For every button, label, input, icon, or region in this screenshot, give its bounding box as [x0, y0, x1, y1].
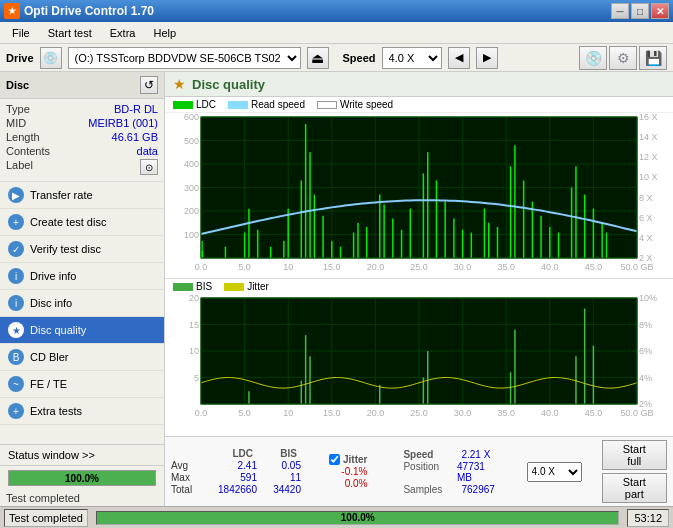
bis-color-swatch — [173, 283, 193, 291]
jitter-checkbox[interactable] — [329, 454, 340, 465]
disc-length-value: 46.61 GB — [112, 131, 158, 143]
legend-jitter: Jitter — [224, 281, 269, 292]
position-row: Position 47731 MB — [403, 461, 498, 483]
legend-bis: BIS — [173, 281, 212, 292]
read-speed-color-swatch — [228, 101, 248, 109]
action-buttons: Start full Start part — [602, 440, 667, 503]
sidebar-item-drive-info[interactable]: i Drive info — [0, 263, 164, 290]
stats-jitter: Jitter -0.1% 0.0% — [329, 454, 367, 489]
nav-label-create-test-disc: Create test disc — [30, 216, 106, 228]
stats-speed-position: Speed 2.21 X Position 47731 MB Samples 7… — [403, 449, 498, 495]
avg-label: Avg — [171, 460, 199, 471]
disc-info: Type BD-R DL MID MEIRB1 (001) Length 46.… — [0, 99, 164, 182]
speed-label: Speed — [403, 449, 453, 460]
ldc-col-header: LDC — [203, 448, 253, 459]
sidebar-item-extra-tests[interactable]: + Extra tests — [0, 398, 164, 425]
legend-read-speed: Read speed — [228, 99, 305, 110]
disc-icon-btn[interactable]: 💿 — [579, 46, 607, 70]
sidebar-item-create-test-disc[interactable]: + Create test disc — [0, 209, 164, 236]
jitter-color-swatch — [224, 283, 244, 291]
progress-text: 100.0% — [9, 471, 155, 485]
maximize-button[interactable]: □ — [631, 3, 649, 19]
disc-type-row: Type BD-R DL — [6, 103, 158, 115]
max-jitter: 0.0% — [329, 478, 367, 489]
minimize-button[interactable]: ─ — [611, 3, 629, 19]
drive-label: Drive — [6, 52, 34, 64]
avg-ldc: 2.41 — [207, 460, 257, 471]
samples-label: Samples — [403, 484, 453, 495]
chart-legend-top: LDC Read speed Write speed — [165, 97, 673, 113]
disc-length-row: Length 46.61 GB — [6, 131, 158, 143]
start-full-button[interactable]: Start full — [602, 440, 667, 470]
avg-bis: 0.05 — [265, 460, 301, 471]
sidebar-item-verify-test-disc[interactable]: ✓ Verify test disc — [0, 236, 164, 263]
sidebar-item-cd-bler[interactable]: B CD Bler — [0, 344, 164, 371]
speed-select-stats[interactable]: 4.0 X — [527, 462, 582, 482]
verify-test-disc-icon: ✓ — [8, 241, 24, 257]
menu-file[interactable]: File — [4, 25, 38, 41]
disc-mid-label: MID — [6, 117, 26, 129]
disc-mid-value: MEIRB1 (001) — [88, 117, 158, 129]
eject-button[interactable]: ⏏ — [307, 47, 329, 69]
max-row: Max 591 11 — [171, 472, 301, 483]
sidebar-item-disc-info[interactable]: i Disc info — [0, 290, 164, 317]
prev-speed-btn[interactable]: ◀ — [448, 47, 470, 69]
speed-select[interactable]: 4.0 X — [382, 47, 442, 69]
speed-select-section: 4.0 X — [527, 462, 582, 482]
position-label: Position — [403, 461, 449, 483]
titlebar-left: ★ Opti Drive Control 1.70 — [4, 3, 154, 19]
max-bis: 11 — [265, 472, 301, 483]
bottom-chart — [165, 294, 673, 424]
total-ldc: 1842660 — [207, 484, 257, 495]
drive-icon-btn[interactable]: 💿 — [40, 47, 62, 69]
samples-row: Samples 762967 — [403, 484, 498, 495]
max-ldc: 591 — [207, 472, 257, 483]
drive-select[interactable]: (O:) TSSTcorp BDDVDW SE-506CB TS02 — [68, 47, 301, 69]
save-icon-btn[interactable]: 💾 — [639, 46, 667, 70]
titlebar-buttons: ─ □ ✕ — [611, 3, 669, 19]
nav-label-verify-test-disc: Verify test disc — [30, 243, 101, 255]
legend-ldc-label: LDC — [196, 99, 216, 110]
nav-label-extra-tests: Extra tests — [30, 405, 82, 417]
position-value: 47731 MB — [457, 461, 499, 483]
legend-jitter-label: Jitter — [247, 281, 269, 292]
start-part-button[interactable]: Start part — [602, 473, 667, 503]
status-window-btn[interactable]: Status window >> — [0, 445, 164, 466]
disc-type-label: Type — [6, 103, 30, 115]
bottom-status-bar: Test completed 100.0% 53:12 — [0, 506, 673, 528]
nav-label-disc-quality: Disc quality — [30, 324, 86, 336]
sidebar-item-fe-te[interactable]: ~ FE / TE — [0, 371, 164, 398]
menu-extra[interactable]: Extra — [102, 25, 144, 41]
bottom-progress-pct: 100.0% — [97, 512, 618, 524]
next-speed-btn[interactable]: ▶ — [476, 47, 498, 69]
max-label: Max — [171, 472, 199, 483]
bottom-test-completed: Test completed — [4, 509, 88, 527]
stats-bar: LDC BIS Avg 2.41 0.05 Max 591 11 Total 1… — [165, 436, 673, 506]
drivebar: Drive 💿 (O:) TSSTcorp BDDVDW SE-506CB TS… — [0, 44, 673, 72]
toolbar-icons: 💿 ⚙ 💾 — [579, 46, 667, 70]
disc-refresh-icon[interactable]: ↺ — [140, 76, 158, 94]
sidebar-item-disc-quality[interactable]: ★ Disc quality — [0, 317, 164, 344]
close-button[interactable]: ✕ — [651, 3, 669, 19]
settings-icon-btn[interactable]: ⚙ — [609, 46, 637, 70]
menu-start-test[interactable]: Start test — [40, 25, 100, 41]
charts-container: BIS Jitter — [165, 113, 673, 436]
legend-read-speed-label: Read speed — [251, 99, 305, 110]
titlebar: ★ Opti Drive Control 1.70 ─ □ ✕ — [0, 0, 673, 22]
disc-label-icon[interactable]: ⊙ — [140, 159, 158, 175]
menu-help[interactable]: Help — [145, 25, 184, 41]
legend-bis-label: BIS — [196, 281, 212, 292]
progress-container: 100.0% — [0, 466, 164, 490]
right-panel: ★ Disc quality LDC Read speed Write spee… — [165, 72, 673, 506]
left-panel: Disc ↺ Type BD-R DL MID MEIRB1 (001) Len… — [0, 72, 165, 506]
disc-length-label: Length — [6, 131, 40, 143]
legend-ldc: LDC — [173, 99, 216, 110]
drive-info-icon: i — [8, 268, 24, 284]
avg-jitter: -0.1% — [329, 466, 367, 477]
nav-label-transfer-rate: Transfer rate — [30, 189, 93, 201]
transfer-rate-icon: ▶ — [8, 187, 24, 203]
jitter-col-header: Jitter — [343, 454, 367, 465]
test-completed-label: Test completed — [0, 490, 164, 506]
extra-tests-icon: + — [8, 403, 24, 419]
sidebar-item-transfer-rate[interactable]: ▶ Transfer rate — [0, 182, 164, 209]
